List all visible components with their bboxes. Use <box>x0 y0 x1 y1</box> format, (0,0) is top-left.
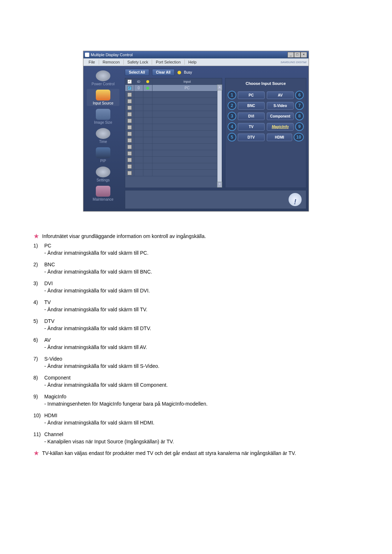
sidebar-item-power-control[interactable]: Power Control <box>87 70 119 87</box>
sidebar-label: Time <box>99 140 107 144</box>
source-pc-button[interactable]: PC <box>238 91 265 99</box>
item-number: 6) <box>33 337 44 350</box>
sidebar-item-input-source[interactable]: Input Source <box>87 89 119 106</box>
item-sub: - Ändrar inmatningskälla för vald skärm … <box>44 363 361 369</box>
window-buttons: _ □ × <box>287 52 307 58</box>
clear-all-button[interactable]: Clear All <box>152 69 175 76</box>
input-source-panel: Choose Input Source 1PC 2BNC 3DVI 4TV 5D… <box>225 78 306 188</box>
item-body: TV- Ändrar inmatningskälla för vald skär… <box>44 299 361 312</box>
row-checkbox[interactable] <box>127 93 132 97</box>
scroll-down-button[interactable]: ▼ <box>217 182 222 188</box>
minimize-button[interactable]: _ <box>287 52 294 58</box>
row-checkbox[interactable] <box>127 132 132 136</box>
scroll-up-button[interactable]: ▲ <box>217 85 222 90</box>
item-title: BNC <box>44 262 361 267</box>
titlebar: Multiple Display Control _ □ × <box>83 51 309 58</box>
window-title: Multiple Display Control <box>91 53 133 57</box>
sidebar-item-image-size[interactable]: Image Size <box>87 108 119 125</box>
source-av-button[interactable]: AV <box>267 91 294 99</box>
grid-row-empty[interactable] <box>125 137 222 144</box>
grid-row[interactable]: 0 PC <box>125 85 222 91</box>
grid-row-empty[interactable] <box>125 144 222 150</box>
row-id: 0 <box>134 85 143 91</box>
power-icon <box>96 70 110 81</box>
pip-icon <box>96 147 110 158</box>
sidebar-item-time[interactable]: Time <box>87 127 119 144</box>
sidebar-item-maintenance[interactable]: Maintenance <box>87 185 119 202</box>
item-sub: - Ändrar inmatningskälla för vald skärm … <box>44 344 361 350</box>
menu-port-selection[interactable]: Port Selection <box>152 59 184 65</box>
item-body: S-Video- Ändrar inmatningskälla för vald… <box>44 356 361 369</box>
list-item: 10)HDMI- Ändrar inmatningskälla för vald… <box>33 413 361 426</box>
row-checkbox[interactable] <box>127 145 132 149</box>
grid-row-empty[interactable] <box>125 111 222 118</box>
source-svideo-button[interactable]: S-Video <box>267 102 294 110</box>
menu-file[interactable]: File <box>85 59 99 65</box>
item-sub: - Ändrar inmatningskälla för vald skärm … <box>44 325 361 331</box>
grid-row-empty[interactable] <box>125 91 222 98</box>
toolbar: Select All Clear All Busy <box>125 69 306 76</box>
source-tv-button[interactable]: TV <box>238 123 265 131</box>
row-checkbox[interactable] <box>127 164 132 169</box>
numbered-list: 1)PC- Ändrar inmatningskälla för vald sk… <box>33 243 361 444</box>
row-checkbox[interactable] <box>127 125 132 130</box>
menu-remocon[interactable]: Remocon <box>99 59 123 65</box>
sidebar-label: PIP <box>100 159 106 163</box>
grid-row-empty[interactable] <box>125 157 222 163</box>
item-number: 10) <box>33 413 44 426</box>
select-all-button[interactable]: Select All <box>125 69 149 76</box>
description-block: ★ Inforutnätet visar grundläggande infor… <box>31 233 361 456</box>
sidebar-item-settings[interactable]: Settings <box>87 166 119 183</box>
item-title: TV <box>44 299 361 305</box>
sidebar-item-pip[interactable]: PIP <box>87 147 119 164</box>
item-body: Component- Ändrar inmatningskälla för va… <box>44 375 361 388</box>
item-sub: - Ändrar inmatningskälla för vald skärm … <box>44 420 361 426</box>
item-number: 4) <box>33 299 44 312</box>
source-component-button[interactable]: Component <box>267 112 294 120</box>
row-checkbox[interactable] <box>127 86 132 90</box>
row-checkbox[interactable] <box>127 106 132 110</box>
item-title: Channel <box>44 431 361 437</box>
display-grid: ID Input 0 PC <box>125 78 222 188</box>
row-checkbox[interactable] <box>127 119 132 123</box>
grid-row-empty[interactable] <box>125 170 222 176</box>
row-checkbox[interactable] <box>127 138 132 143</box>
grid-row-empty[interactable] <box>125 163 222 170</box>
source-magicinfo-button[interactable]: MagicInfo <box>267 123 294 131</box>
close-button[interactable]: × <box>301 52 307 58</box>
item-body: DVI- Ändrar inmatningskälla för vald skä… <box>44 280 361 294</box>
grid-row-empty[interactable] <box>125 124 222 131</box>
item-title: MagicInfo <box>44 394 361 399</box>
grid-row-empty[interactable] <box>125 131 222 137</box>
grid-scrollbar[interactable]: ▲ ▼ <box>217 85 222 188</box>
header-id: ID <box>134 78 143 85</box>
list-item: 1)PC- Ändrar inmatningskälla för vald sk… <box>33 243 361 256</box>
panel-title: Choose Input Source <box>228 81 304 86</box>
sidebar-label: Maintenance <box>93 197 113 201</box>
menu-help[interactable]: Help <box>185 59 200 65</box>
list-item: 11)Channel- Kanalpilen visas när Input S… <box>33 431 361 444</box>
list-item: 3)DVI- Ändrar inmatningskälla för vald s… <box>33 280 361 294</box>
row-checkbox[interactable] <box>127 112 132 116</box>
source-dvi-button[interactable]: DVI <box>238 112 265 120</box>
grid-row-empty[interactable] <box>125 104 222 111</box>
source-hdmi-button[interactable]: HDMI <box>267 134 292 141</box>
row-checkbox[interactable] <box>127 158 132 162</box>
source-dtv-button[interactable]: DTV <box>238 134 265 141</box>
maintenance-icon <box>96 186 110 197</box>
status-bar: ! <box>125 190 306 209</box>
row-checkbox[interactable] <box>127 99 132 103</box>
busy-icon <box>177 71 181 74</box>
grid-row-empty[interactable] <box>125 98 222 104</box>
grid-row-empty[interactable] <box>125 118 222 124</box>
settings-icon <box>96 167 110 177</box>
row-checkbox[interactable] <box>127 171 132 175</box>
note-footer: ★ TV-källan kan väljas endast för produk… <box>33 450 361 456</box>
row-checkbox[interactable] <box>127 151 132 156</box>
header-checkbox[interactable] <box>127 79 132 84</box>
item-title: AV <box>44 337 361 343</box>
source-bnc-button[interactable]: BNC <box>238 102 265 110</box>
maximize-button[interactable]: □ <box>294 52 301 58</box>
grid-row-empty[interactable] <box>125 150 222 157</box>
menu-safety-lock[interactable]: Safety Lock <box>124 59 152 65</box>
